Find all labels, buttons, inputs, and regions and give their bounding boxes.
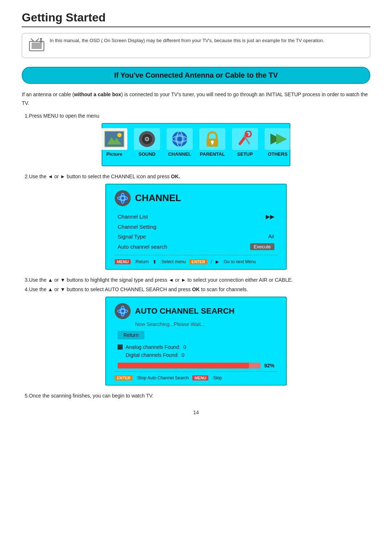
channel-label: CHANNEL (168, 151, 191, 157)
channel-setting-label: Channel Setting (118, 224, 156, 230)
auto-search-title-text: AUTO CHANNEL SEARCH (135, 306, 234, 316)
others-icon-box (265, 128, 291, 150)
picture-icon-box (101, 128, 127, 150)
setup-label: SETUP (237, 151, 253, 157)
svg-point-20 (177, 137, 182, 142)
menu-screenshot: Picture SOUND (102, 123, 290, 166)
svg-point-17 (146, 138, 148, 140)
menu-action: :Return (134, 259, 148, 264)
enter-sep: / (211, 259, 212, 264)
enter-badge2: ENTER (115, 375, 132, 380)
progress-bar-container: 92% (118, 363, 274, 368)
intro-text: If an antenna or cable (without a cable … (22, 90, 370, 108)
auto-search-footer: ENTER :Stop Auto Channel Search MENU :Sk… (115, 374, 277, 382)
svg-rect-25 (212, 142, 213, 144)
channel-list-item: Channel List ▶▶ (115, 211, 277, 222)
svg-line-3 (31, 38, 34, 41)
progress-pct: 92% (264, 363, 274, 368)
arrow-action: ▶ (216, 259, 219, 264)
channel-dialog: CHANNEL Channel List ▶▶ Channel Setting … (105, 184, 287, 270)
digital-value: 0 (181, 352, 184, 358)
setup-icon-box (232, 128, 258, 150)
section-header: If You've Connected Antenna or Cable to … (22, 67, 370, 84)
channel-dialog-icon (115, 190, 131, 206)
notice-icon (28, 38, 45, 54)
svg-rect-1 (32, 42, 42, 49)
menu-icon-others: OTHERS (265, 128, 291, 157)
digital-label: Digital channels Found: (126, 352, 179, 358)
svg-point-38 (121, 310, 124, 313)
channel-icon-box (167, 128, 193, 150)
auto-search-title: AUTO CHANNEL SEARCH (115, 303, 277, 319)
picture-label: Picture (106, 151, 122, 157)
progress-bar-fill (118, 363, 249, 368)
signal-type-value: Air (268, 233, 274, 239)
channel-setting-item: Channel Setting (115, 222, 277, 232)
signal-type-item: Signal Type Air (115, 232, 277, 241)
svg-point-33 (121, 197, 124, 200)
menu-badge: MENU (115, 259, 131, 264)
auto-search-label: Auto channel search (118, 244, 167, 250)
sound-icon-box (134, 128, 160, 150)
dialog-divider (115, 255, 277, 255)
svg-point-5 (40, 38, 42, 40)
channel-list-arrow: ▶▶ (266, 213, 274, 220)
menu-icon-sound: SOUND (134, 128, 160, 157)
digital-channels-row: Digital channels Found: 0 (115, 351, 277, 359)
notice-text: In this manual, the OSD ( On Screen Disp… (50, 37, 324, 44)
enter-badge: ENTER (189, 259, 207, 264)
step1-text: 1.Press MENU to open the menu (25, 113, 370, 119)
svg-line-4 (36, 38, 39, 41)
auto-search-icon (115, 303, 131, 319)
parental-icon-box (199, 128, 225, 150)
select-icon: ⬆ (152, 259, 157, 265)
page-number: 14 (22, 410, 370, 415)
page-title: Getting Started (22, 11, 370, 27)
auto-search-divider (115, 371, 277, 372)
menu-icon-parental: PARENTAL (199, 128, 225, 157)
others-label: OTHERS (268, 151, 287, 157)
parental-label: PARENTAL (200, 151, 225, 157)
analog-value: 0 (183, 344, 186, 350)
channel-dialog-footer: MENU :Return ⬆ :Select menu ENTER / ▶ :G… (115, 257, 277, 266)
channel-list-label: Channel List (118, 213, 148, 220)
progress-bar-bg (118, 363, 261, 368)
svg-point-13 (117, 133, 122, 137)
notice-box: In this manual, the OSD ( On Screen Disp… (22, 33, 370, 58)
menu-icon-setup: SETUP (232, 128, 258, 157)
channel-dialog-title-text: CHANNEL (135, 192, 181, 204)
svg-marker-30 (276, 134, 287, 144)
enter-action2: :Stop Auto Channel Search (136, 375, 189, 380)
menu-icon-picture: Picture (101, 128, 127, 157)
analog-icon (118, 345, 123, 350)
auto-search-dialog: AUTO CHANNEL SEARCH Now Searching...Plea… (105, 297, 287, 386)
execute-button: Execute (250, 243, 274, 250)
sound-label: SOUND (139, 151, 156, 157)
step2-text: 2.Use the ◄ or ► button to select the CH… (25, 174, 370, 179)
menu-icons-row: Picture SOUND (101, 128, 291, 157)
signal-type-label: Signal Type (118, 233, 146, 240)
auto-search-subtitle: Now Searching...Please Wait... (135, 321, 277, 327)
menu-icon-channel: CHANNEL (167, 128, 193, 157)
step3-text: 3.Use the ▲ or ▼ buttons to highlight th… (25, 277, 370, 283)
goto-action: :Go to next Menu (222, 259, 256, 264)
menu-badge2: MENU (192, 375, 208, 380)
analog-label: Analog channels Found: (126, 344, 180, 350)
return-button: Return (118, 331, 144, 339)
step5-text: 5.Once the scanning finishes, you can be… (25, 393, 370, 399)
step4-text: 4.Use the ▲ or ▼ buttons to select AUTO … (25, 286, 370, 292)
auto-search-item: Auto channel search Execute (115, 241, 277, 252)
menu-action2: :Skip (212, 375, 222, 380)
select-action: :Select menu (160, 259, 186, 264)
analog-channels-row: Analog channels Found: 0 (115, 343, 277, 351)
channel-dialog-title: CHANNEL (115, 190, 277, 206)
